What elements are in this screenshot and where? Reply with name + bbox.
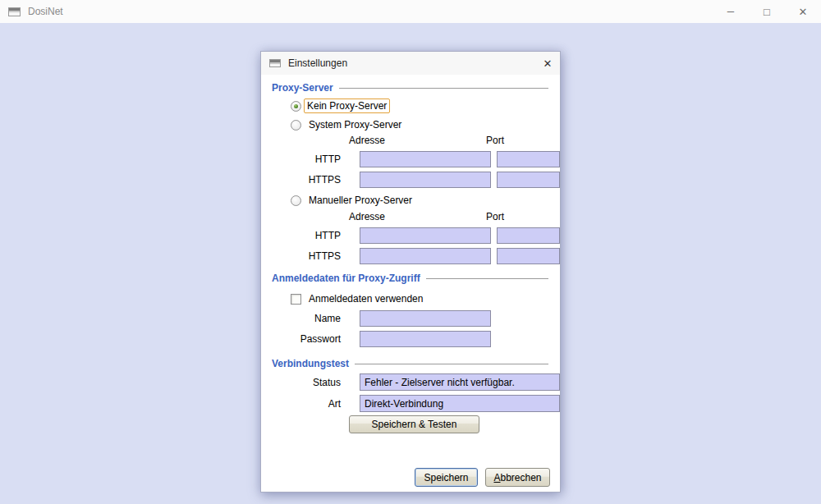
manual-https-label: HTTPS: [272, 250, 345, 262]
system-address-column-label: Adresse: [349, 135, 385, 146]
dialog-window-icon: [269, 59, 281, 67]
minimize-button[interactable]: –: [713, 0, 749, 23]
name-input[interactable]: [360, 310, 491, 327]
radio-kein-proxy-label[interactable]: Kein Proxy-Server: [304, 99, 390, 113]
system-http-label: HTTP: [272, 153, 345, 165]
proxy-section-heading: Proxy-Server: [272, 82, 548, 94]
save-and-test-button[interactable]: Speichern & Testen: [349, 415, 479, 433]
dialog-title: Einstellungen: [288, 57, 347, 69]
section-rule: [426, 278, 548, 279]
connection-type-label: Art: [272, 398, 345, 410]
radio-system-proxy-label[interactable]: System Proxy-Server: [306, 118, 404, 131]
password-row: Passwort: [272, 331, 548, 347]
radio-kein-proxy[interactable]: Kein Proxy-Server: [291, 99, 390, 112]
radio-icon[interactable]: [291, 195, 301, 206]
status-row: Status: [272, 373, 548, 391]
manual-http-port-input[interactable]: [497, 227, 560, 244]
section-rule: [355, 364, 548, 364]
status-label: Status: [272, 377, 345, 388]
app-titlebar: DosiNet – □ ✕: [0, 0, 821, 23]
radio-icon[interactable]: [291, 120, 301, 131]
manual-https-row: HTTPS: [272, 248, 548, 264]
section-rule: [339, 88, 548, 89]
system-http-row: HTTP: [272, 151, 548, 167]
cancel-rest: bbrechen: [500, 472, 541, 483]
manual-address-column-label: Adresse: [349, 211, 385, 222]
cancel-button[interactable]: Abbrechen: [485, 468, 550, 487]
radio-system-proxy[interactable]: System Proxy-Server: [291, 118, 404, 131]
status-value-field: [360, 373, 560, 391]
connection-type-value-field: [360, 395, 560, 412]
radio-icon-selected[interactable]: [291, 101, 301, 112]
name-row: Name: [272, 310, 548, 327]
app-window-icon: [8, 7, 21, 16]
manual-https-port-input[interactable]: [497, 248, 560, 264]
system-https-row: HTTPS: [272, 172, 548, 188]
password-label: Passwort: [272, 333, 345, 345]
system-http-address-input[interactable]: [360, 151, 491, 167]
use-credentials-checkbox-row[interactable]: Anmeldedaten verwenden: [291, 292, 425, 305]
system-http-port-input[interactable]: [497, 151, 560, 167]
system-https-label: HTTPS: [272, 174, 345, 186]
checkbox-icon[interactable]: [291, 294, 301, 305]
close-button[interactable]: ✕: [785, 0, 821, 23]
dialog-close-icon[interactable]: ✕: [535, 52, 560, 75]
manual-https-address-input[interactable]: [360, 248, 491, 264]
manual-http-address-input[interactable]: [360, 227, 491, 244]
maximize-button[interactable]: □: [749, 0, 785, 23]
manual-http-row: HTTP: [272, 227, 548, 244]
manual-http-label: HTTP: [272, 230, 345, 241]
connection-type-row: Art: [272, 395, 548, 412]
use-credentials-label[interactable]: Anmeldedaten verwenden: [306, 292, 425, 305]
name-label: Name: [272, 313, 345, 324]
manual-port-column-label: Port: [486, 211, 504, 222]
save-button[interactable]: Speichern: [415, 468, 478, 487]
connection-test-section-heading: Verbindungstest: [272, 358, 548, 369]
radio-manual-proxy[interactable]: Manueller Proxy-Server: [291, 194, 415, 207]
password-input[interactable]: [360, 331, 491, 347]
system-https-port-input[interactable]: [497, 172, 560, 188]
credentials-section-heading: Anmeldedaten für Proxy-Zugriff: [272, 273, 548, 284]
radio-manual-proxy-label[interactable]: Manueller Proxy-Server: [306, 194, 415, 207]
window-controls: – □ ✕: [713, 0, 821, 23]
system-port-column-label: Port: [486, 135, 504, 146]
app-title: DosiNet: [28, 6, 63, 17]
settings-dialog: Einstellungen ✕ Proxy-Server Kein Proxy-…: [260, 51, 561, 493]
cancel-mnemonic: A: [493, 472, 500, 483]
system-https-address-input[interactable]: [360, 172, 491, 188]
dialog-titlebar: Einstellungen ✕: [261, 52, 560, 75]
